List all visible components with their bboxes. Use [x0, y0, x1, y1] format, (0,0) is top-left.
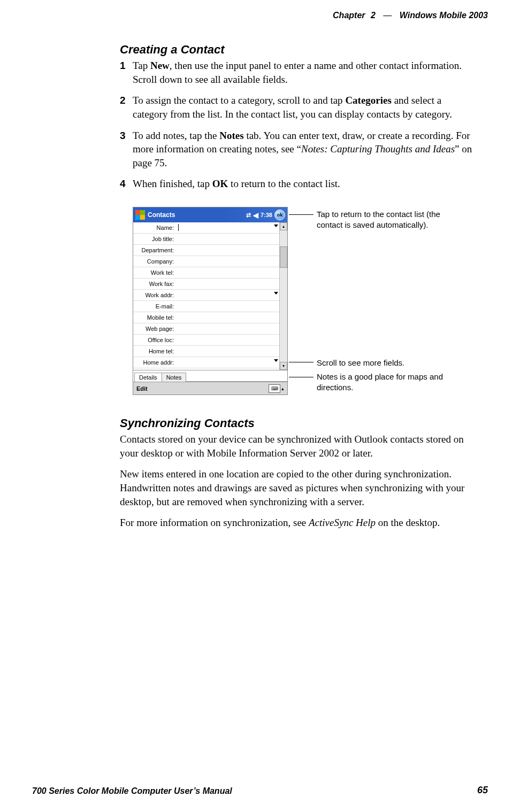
field-label: Job title: — [133, 236, 176, 242]
dropdown-icon[interactable] — [274, 292, 278, 295]
edit-menu[interactable]: Edit — [136, 385, 148, 392]
callouts: Tap to return to the contact list (the c… — [299, 207, 470, 389]
sync-para-2: New items entered in one location are co… — [120, 467, 478, 508]
field-label: Web page: — [133, 326, 176, 332]
heading-synchronizing: Synchronizing Contacts — [120, 416, 478, 430]
field-label: Mobile tel: — [133, 314, 176, 321]
chapter-number: 2 — [371, 11, 376, 20]
step-number: 4 — [120, 177, 133, 191]
callout-notes: Notes is a good place for maps and direc… — [317, 372, 456, 392]
field-department[interactable]: Department: — [133, 245, 279, 256]
step-body: Tap New, then use the input panel to ent… — [133, 59, 478, 86]
pda-screenshot: Contacts ⇄ ◀ 7:38 ok Name: Job title: De… — [133, 207, 288, 395]
step-body: When finished, tap OK to return to the c… — [133, 177, 478, 191]
tab-notes[interactable]: Notes — [162, 373, 187, 382]
field-home-tel[interactable]: Home tel: — [133, 346, 279, 357]
pda-app-title: Contacts — [148, 211, 246, 219]
sip-up-icon[interactable]: ▴ — [281, 386, 284, 391]
step-1: 1 Tap New, then use the input panel to e… — [120, 59, 478, 86]
step-number: 3 — [120, 129, 133, 170]
connectivity-icon[interactable]: ⇄ — [246, 212, 251, 219]
step-text: to return to the contact list. — [228, 178, 340, 189]
field-label: Home addr: — [133, 359, 176, 366]
field-mobile-tel[interactable]: Mobile tel: — [133, 312, 279, 323]
scroll-down-button[interactable]: ▾ — [280, 362, 287, 370]
ok-button[interactable]: ok — [274, 210, 285, 220]
scroll-up-button[interactable]: ▴ — [280, 222, 287, 230]
dropdown-icon[interactable] — [274, 359, 278, 362]
callout-line — [289, 377, 313, 377]
main-content: Creating a Contact 1 Tap New, then use t… — [120, 43, 478, 537]
field-name[interactable]: Name: — [133, 222, 279, 234]
text-cursor — [178, 224, 179, 231]
para-text: For more information on synchronization,… — [120, 517, 309, 528]
pda-tabs: Details Notes — [133, 370, 287, 382]
step-bold: New — [150, 60, 170, 71]
step-number: 1 — [120, 59, 133, 86]
field-label: Work fax: — [133, 281, 176, 287]
footer-page-number: 65 — [477, 785, 488, 796]
step-bold: Categories — [345, 95, 392, 106]
para-italic: ActiveSync Help — [309, 517, 376, 528]
field-office-loc[interactable]: Office loc: — [133, 335, 279, 346]
heading-creating-contact: Creating a Contact — [120, 43, 478, 57]
pda-body: Name: Job title: Department: Company: Wo… — [133, 222, 287, 370]
field-work-tel[interactable]: Work tel: — [133, 267, 279, 279]
field-work-fax[interactable]: Work fax: — [133, 279, 279, 290]
pda-bottom-bar: Edit ⌨ ▴ — [133, 382, 287, 395]
field-home-addr[interactable]: Home addr: — [133, 357, 279, 368]
field-label: E-mail: — [133, 303, 176, 310]
field-label: Office loc: — [133, 337, 176, 343]
step-text: To add notes, tap the — [133, 130, 219, 141]
section-synchronizing: Synchronizing Contacts Contacts stored o… — [120, 416, 478, 530]
sync-para-3: For more information on synchronization,… — [120, 516, 478, 530]
field-work-addr[interactable]: Work addr: — [133, 290, 279, 301]
scroll-thumb[interactable] — [280, 246, 287, 268]
step-number: 2 — [120, 94, 133, 121]
field-label: Name: — [133, 225, 176, 231]
field-label: Work addr: — [133, 292, 176, 298]
pda-titlebar: Contacts ⇄ ◀ 7:38 ok — [133, 207, 287, 222]
windows-flag-icon[interactable] — [135, 210, 145, 220]
step-text: Tap — [133, 60, 150, 71]
pda-time: 7:38 — [261, 212, 272, 218]
field-company[interactable]: Company: — [133, 256, 279, 267]
speaker-icon[interactable]: ◀ — [253, 211, 258, 219]
step-text: To assign the contact to a category, scr… — [133, 95, 345, 106]
step-text: , then use the input panel to enter a na… — [133, 60, 462, 85]
step-2: 2 To assign the contact to a category, s… — [120, 94, 478, 121]
field-label: Work tel: — [133, 269, 176, 276]
footer-manual-title: 700 Series Color Mobile Computer User’s … — [32, 786, 232, 796]
tab-details[interactable]: Details — [134, 373, 162, 382]
callout-ok: Tap to return to the contact list (the c… — [317, 209, 467, 230]
field-label: Home tel: — [133, 348, 176, 354]
scrollbar[interactable]: ▴ ▾ — [279, 222, 287, 370]
step-body: To add notes, tap the Notes tab. You can… — [133, 129, 478, 170]
step-bold: OK — [212, 178, 228, 189]
step-3: 3 To add notes, tap the Notes tab. You c… — [120, 129, 478, 170]
keyboard-icon[interactable]: ⌨ — [269, 384, 280, 393]
sync-para-1: Contacts stored on your device can be sy… — [120, 432, 478, 460]
field-email[interactable]: E-mail: — [133, 301, 279, 312]
callout-line — [289, 362, 313, 362]
field-label: Company: — [133, 258, 176, 265]
step-text: When finished, tap — [133, 178, 212, 189]
callout-line — [289, 214, 313, 215]
field-web-page[interactable]: Web page: — [133, 323, 279, 335]
step-4: 4 When finished, tap OK to return to the… — [120, 177, 478, 191]
step-body: To assign the contact to a category, scr… — [133, 94, 478, 121]
chapter-label: Chapter — [333, 11, 365, 20]
header-dash: — — [383, 11, 392, 20]
step-bold: Notes — [219, 130, 243, 141]
para-text: on the desktop. — [376, 517, 440, 528]
dropdown-icon[interactable] — [274, 225, 278, 227]
pda-status: ⇄ ◀ 7:38 — [246, 211, 272, 219]
pda-form: Name: Job title: Department: Company: Wo… — [133, 222, 279, 370]
field-job-title[interactable]: Job title: — [133, 234, 279, 245]
figure: Contacts ⇄ ◀ 7:38 ok Name: Job title: De… — [133, 207, 478, 395]
step-italic: Notes: Capturing Thoughts and Ideas — [301, 143, 455, 154]
header-title: Windows Mobile 2003 — [400, 11, 488, 20]
callout-scroll: Scroll to see more fields. — [317, 358, 456, 368]
field-label: Department: — [133, 247, 176, 253]
page-header: Chapter 2 — Windows Mobile 2003 — [333, 11, 488, 20]
